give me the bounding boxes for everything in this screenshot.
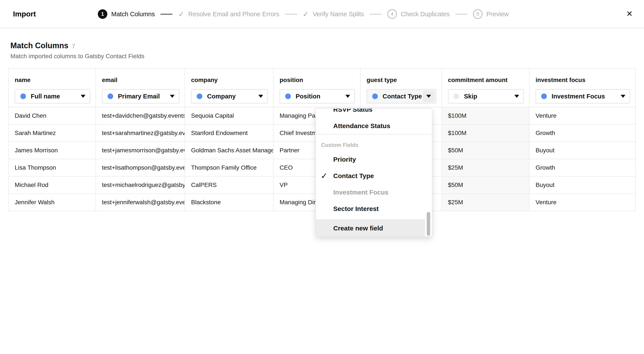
menu-item-rsvp-status[interactable]: RSVP Status [316,108,432,118]
import-stepper: 1 Match Columns ✓ Resolve Email and Phon… [98,0,509,28]
column-title: guest type [366,76,436,84]
column-title: investment focus [536,76,630,84]
cell-company: Sequoia Capital [185,107,273,124]
mapped-indicator-dot [372,94,378,99]
cell-name: Lisa Thompson [8,159,96,176]
mapped-indicator-dot [541,94,547,99]
column-title: position [280,76,355,84]
column-title: company [191,76,268,84]
cell-investment-focus: Growth [529,159,636,176]
step-connector [160,14,172,14]
step-verify-name-splits[interactable]: ✓ Verify Name Splits [303,10,364,18]
column-header-position: position Position [273,68,360,107]
chevron-down-icon [170,95,175,98]
menu-section-custom-fields: Custom Fields [316,134,432,151]
column-mapping-select-commitment-amount[interactable]: Skip [448,89,524,104]
menu-item-contact-type[interactable]: ✓ Contact Type [316,168,432,184]
column-header-email: email Primary Email [96,68,185,107]
cell-name: Sarah Martinez [8,124,96,142]
step-match-columns[interactable]: 1 Match Columns [98,9,155,19]
cell-name: Jennifer Walsh [8,194,96,211]
cell-investment-focus: Buyout [529,176,636,194]
import-header: Import 1 Match Columns ✓ Resolve Email a… [0,0,644,28]
mapping-value: Skip [464,93,477,100]
mapped-indicator-dot [197,94,202,99]
mapping-value: Position [296,93,320,100]
field-dropdown-menu: RSVP Status Attendance Status Custom Fie… [316,108,432,237]
chevron-button[interactable] [423,90,434,102]
cell-email: test+michaelrodriguez@gatsby.events [96,176,185,194]
column-header-company: company Company [185,68,273,107]
create-new-field-button[interactable]: Create new field [316,220,425,236]
cell-commitment-amount: $50M [442,176,529,194]
step-label: Preview [486,10,509,18]
step-resolve-email-phone[interactable]: ✓ Resolve Email and Phone Errors [178,10,279,18]
chevron-down-icon [81,95,86,98]
field-menu-list: RSVP Status Attendance Status Custom Fie… [316,108,432,217]
step-4-badge: 4 [387,9,397,19]
cell-commitment-amount: $50M [442,142,529,159]
column-mapping-select-investment-focus[interactable]: Investment Focus [536,89,630,104]
step-label: Verify Name Splits [313,10,364,18]
mapping-value: Company [207,93,236,100]
skip-indicator-dot [454,94,459,99]
chevron-down-icon [258,95,263,98]
step-preview[interactable]: 5 Preview [473,9,509,19]
column-title: email [102,76,180,84]
column-header-investment-focus: investment focus Investment Focus [529,68,636,107]
cell-commitment-amount: $100M [442,107,529,124]
menu-item-attendance-status[interactable]: Attendance Status [316,118,432,134]
column-title: name [15,76,90,84]
menu-scrollbar-thumb[interactable] [427,212,430,236]
cell-investment-focus: Buyout [529,142,636,159]
table-header-row: name Full name email Primary Email [8,68,636,107]
step-label: Match Columns [111,10,155,18]
mapping-value: Full name [31,93,60,100]
chevron-down-icon [621,95,626,98]
cell-commitment-amount: $25M [442,159,529,176]
mapped-indicator-dot [20,94,26,99]
menu-item-label: Contact Type [333,172,374,180]
cell-commitment-amount: $25M [442,194,529,211]
step-1-badge: 1 [98,9,107,19]
cell-name: James Morrison [8,142,96,159]
cell-email: test+sarahmartinez@gatsby.events [96,124,185,142]
column-count-badge: 7 [72,43,75,50]
column-header-guest-type: guest type Contact Type [360,68,442,107]
column-mapping-select-name[interactable]: Full name [15,89,90,104]
menu-item-investment-focus[interactable]: Investment Focus [316,184,432,200]
close-icon[interactable]: ✕ [626,10,633,18]
cell-investment-focus: Venture [529,194,636,211]
mapping-value: Investment Focus [552,93,605,100]
mapping-value: Contact Type [382,93,422,100]
step-check-icon: ✓ [303,10,309,18]
column-mapping-select-guest-type[interactable]: Contact Type [366,89,436,104]
step-connector [455,14,468,14]
column-mapping-select-position[interactable]: Position [280,89,355,104]
step-check-duplicates[interactable]: 4 Check Duplicates [387,9,450,19]
column-header-commitment-amount: commitment amount Skip [442,68,529,107]
cell-name: Michael Rod [8,176,96,194]
chevron-down-icon [426,95,431,98]
step-check-icon: ✓ [178,10,184,18]
page-title: Match Columns [10,41,68,50]
cell-commitment-amount: $100M [442,124,529,142]
menu-item-sector-interest[interactable]: Sector Interest [316,200,432,217]
column-mapping-select-company[interactable]: Company [191,89,268,104]
check-icon: ✓ [321,172,328,180]
cell-company: Stanford Endowment [185,124,273,142]
cell-investment-focus: Growth [529,124,636,142]
mapping-value: Primary Email [118,93,160,100]
cell-company: Blackstone [185,194,273,211]
column-title: commitment amount [448,76,524,84]
chevron-down-icon [345,95,350,98]
menu-item-priority[interactable]: Priority [316,151,432,168]
column-mapping-select-email[interactable]: Primary Email [102,89,180,104]
cell-company: Thompson Family Office [185,159,273,176]
cell-company: Goldman Sachs Asset Management [185,142,273,159]
column-header-name: name Full name [8,68,96,107]
step-label: Resolve Email and Phone Errors [188,10,279,18]
step-connector [370,14,382,14]
cell-email: test+davidchen@gatsby.events [96,107,185,124]
page-subtitle: Match imported columns to Gatsby Contact… [8,53,636,60]
